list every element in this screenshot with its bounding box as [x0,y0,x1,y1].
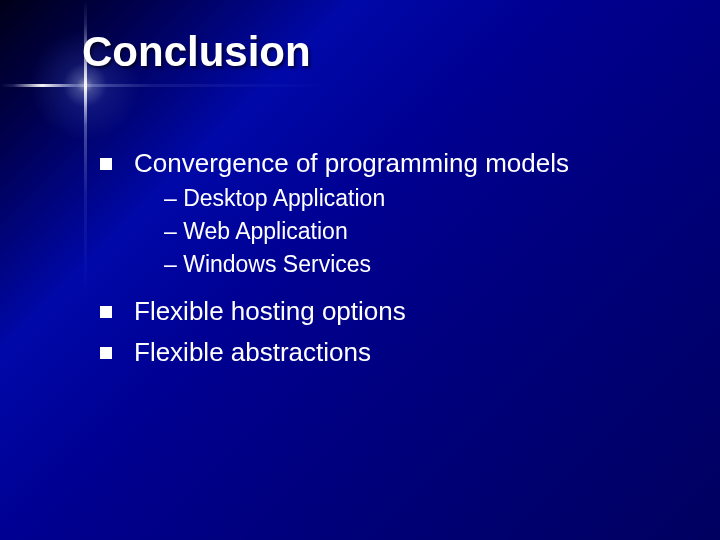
square-bullet-icon [100,347,112,359]
bullet-text: Convergence of programming models [134,148,569,178]
bullet-level2: – Windows Services [164,249,680,280]
bullet-text: Flexible hosting options [134,296,406,326]
sub-bullet-group: – Desktop Application – Web Application … [164,183,680,280]
lens-flare-horizontal [0,84,340,87]
bullet-level2: – Desktop Application [164,183,680,214]
slide: Conclusion Convergence of programming mo… [0,0,720,540]
square-bullet-icon [100,306,112,318]
slide-body: Convergence of programming models – Desk… [100,140,680,372]
bullet-level1: Convergence of programming models [100,146,680,181]
square-bullet-icon [100,158,112,170]
bullet-text: Flexible abstractions [134,337,371,367]
bullet-level2: – Web Application [164,216,680,247]
bullet-level1: Flexible hosting options [100,294,680,329]
slide-title: Conclusion [82,28,311,76]
bullet-level1: Flexible abstractions [100,335,680,370]
